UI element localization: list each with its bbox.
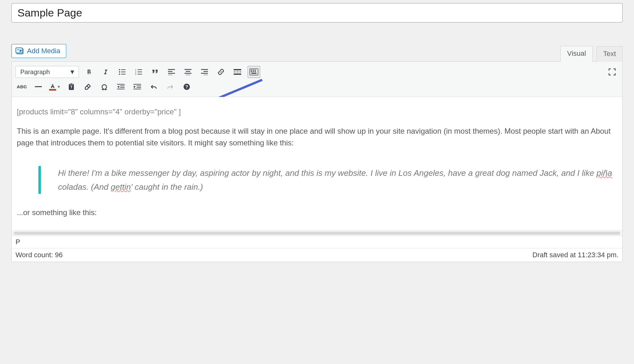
svg-rect-27 [204, 75, 208, 75]
paste-text-button[interactable]: T [65, 81, 78, 93]
blockquote-button[interactable] [149, 66, 161, 78]
post-title-input[interactable] [17, 7, 617, 19]
svg-point-8 [119, 73, 120, 75]
readmore-button[interactable] [231, 66, 244, 78]
editor-content[interactable]: [products limit="8" columns="4" orderby=… [12, 97, 622, 230]
horizontal-scrollbar[interactable] [12, 230, 622, 236]
spellcheck-word: gettin [111, 182, 131, 192]
format-select[interactable]: Paragraph ▼ [16, 66, 79, 78]
svg-rect-24 [201, 69, 208, 70]
svg-rect-46 [120, 86, 125, 86]
toolbar: Paragraph ▼ 123 [12, 62, 622, 97]
svg-rect-7 [121, 72, 126, 72]
svg-rect-41 [35, 86, 42, 87]
svg-rect-30 [236, 72, 238, 72]
svg-rect-53 [133, 89, 141, 89]
svg-rect-36 [255, 70, 256, 71]
chevron-down-icon: ▼ [69, 68, 75, 76]
svg-rect-5 [121, 69, 126, 70]
svg-rect-20 [184, 69, 191, 70]
svg-rect-34 [251, 70, 252, 71]
svg-rect-28 [234, 69, 241, 70]
svg-rect-45 [117, 84, 125, 85]
italic-button[interactable] [99, 66, 112, 78]
svg-rect-39 [255, 71, 256, 72]
svg-rect-18 [168, 73, 175, 74]
editor-mode-tabs: Visual Text [560, 46, 623, 62]
svg-rect-22 [184, 73, 191, 74]
svg-rect-16 [168, 69, 175, 70]
svg-rect-17 [168, 71, 172, 72]
svg-text:1: 1 [135, 69, 136, 71]
svg-rect-35 [253, 70, 254, 71]
shortcode-text: [products limit="8" columns="4" orderby=… [17, 106, 617, 118]
outdent-button[interactable] [114, 81, 127, 93]
element-path[interactable]: P [12, 236, 622, 248]
fullscreen-button[interactable] [606, 66, 618, 78]
svg-rect-52 [137, 87, 141, 88]
svg-rect-25 [204, 71, 208, 72]
svg-text:3: 3 [135, 73, 136, 75]
numbered-list-button[interactable]: 123 [132, 66, 145, 78]
svg-rect-32 [234, 73, 241, 75]
svg-rect-23 [186, 75, 190, 75]
redo-button[interactable] [164, 81, 177, 93]
tab-text[interactable]: Text [597, 46, 623, 62]
special-character-button[interactable] [98, 81, 111, 93]
svg-marker-54 [134, 86, 136, 88]
hr-button[interactable] [32, 81, 45, 93]
status-bar: Word count: 96 Draft saved at 11:23:34 p… [12, 248, 622, 262]
svg-rect-47 [120, 87, 125, 88]
spellcheck-word: piña [597, 168, 612, 178]
svg-text:T: T [70, 85, 73, 89]
add-media-button[interactable]: Add Media [11, 44, 66, 58]
svg-rect-38 [253, 71, 254, 72]
strikethrough-button[interactable]: ABC [16, 81, 28, 93]
svg-rect-48 [117, 89, 125, 89]
undo-button[interactable] [147, 81, 160, 93]
paragraph-1: This is an example page. It's different … [17, 125, 617, 149]
bold-button[interactable] [83, 66, 95, 78]
link-button[interactable] [215, 66, 227, 78]
indent-button[interactable] [131, 81, 144, 93]
paragraph-2: ...or something like this: [17, 207, 617, 218]
clear-formatting-button[interactable] [81, 81, 94, 93]
chevron-down-icon: ▼ [57, 85, 61, 89]
svg-point-4 [119, 69, 120, 70]
align-center-button[interactable] [182, 66, 194, 78]
add-media-icon [16, 48, 24, 54]
autosave-status: Draft saved at 11:23:34 pm. [533, 251, 619, 259]
word-count: Word count: 96 [16, 251, 63, 259]
svg-rect-15 [138, 74, 142, 74]
svg-rect-31 [239, 72, 241, 72]
blockquote: Hi there! I'm a bike messenger by day, a… [38, 166, 617, 194]
align-left-button[interactable] [165, 66, 178, 78]
svg-text:2: 2 [135, 71, 136, 73]
svg-rect-19 [168, 75, 172, 75]
title-container [11, 3, 623, 22]
svg-rect-9 [121, 74, 126, 74]
svg-rect-40 [251, 73, 256, 74]
svg-rect-29 [234, 72, 236, 72]
svg-rect-13 [138, 72, 142, 72]
text-color-swatch [49, 89, 56, 91]
svg-rect-50 [133, 84, 141, 85]
add-media-label: Add Media [27, 47, 60, 55]
svg-point-6 [119, 71, 120, 73]
help-button[interactable]: ? [180, 81, 193, 93]
svg-rect-26 [201, 73, 208, 74]
toolbar-toggle-button[interactable] [248, 66, 260, 78]
svg-point-2 [17, 49, 19, 50]
bullet-list-button[interactable] [116, 66, 128, 78]
align-right-button[interactable] [198, 66, 211, 78]
svg-rect-37 [251, 71, 252, 72]
svg-rect-11 [138, 69, 142, 70]
editor-container: Paragraph ▼ 123 [11, 61, 623, 262]
text-color-button[interactable]: ▼ [49, 81, 61, 93]
svg-marker-49 [117, 86, 119, 88]
tab-visual[interactable]: Visual [560, 46, 593, 62]
svg-rect-43 [70, 83, 73, 85]
svg-rect-51 [137, 86, 141, 86]
format-select-label: Paragraph [20, 68, 50, 76]
svg-text:?: ? [185, 84, 188, 89]
